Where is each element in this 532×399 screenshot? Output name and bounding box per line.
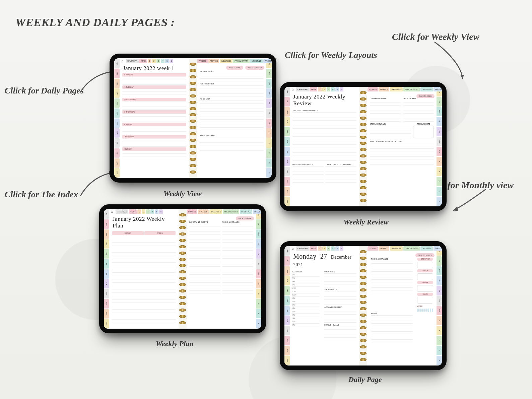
month-tab[interactable]: JAN xyxy=(114,59,120,68)
nav-tab[interactable]: 2 xyxy=(152,59,156,63)
nav-tab[interactable]: FITNESS xyxy=(368,87,378,91)
nav-tab[interactable]: PROJECTS xyxy=(263,59,272,63)
month-tab[interactable]: MAY xyxy=(104,249,109,259)
side-tab[interactable]: SUN xyxy=(256,269,261,279)
side-tab[interactable]: B xyxy=(437,326,442,335)
nav-tab[interactable]: PRODUCTIVITY xyxy=(403,87,420,91)
side-tab[interactable]: WED xyxy=(437,266,442,276)
month-tab[interactable]: DEC xyxy=(104,319,109,328)
day-tab[interactable]: 1 SATURDAY xyxy=(122,135,186,138)
nav-tab[interactable]: FINANCE xyxy=(379,87,389,91)
month-tab[interactable]: JUL xyxy=(104,269,109,279)
side-tab[interactable]: C xyxy=(437,336,442,345)
side-tab[interactable]: C xyxy=(266,148,272,158)
side-tab[interactable]: WED xyxy=(256,229,261,239)
nav-tab[interactable]: 4 xyxy=(161,59,164,63)
month-tab[interactable]: MAY xyxy=(114,98,120,108)
nav-tab[interactable]: 6 xyxy=(170,59,173,63)
side-tab[interactable]: B xyxy=(266,138,272,148)
nav-tab[interactable]: 4 xyxy=(331,87,335,91)
back-to-week-button[interactable]: BACK TO WEEK xyxy=(236,216,254,220)
nav-tab[interactable]: WELLNESS xyxy=(390,246,403,251)
nav-tab[interactable]: PROJECTS xyxy=(434,87,442,91)
nav-tab[interactable]: CALENDAR xyxy=(296,246,309,251)
nav-tab[interactable]: CALENDAR xyxy=(296,87,309,91)
nav-tab[interactable]: LIFESTYLE xyxy=(420,87,433,91)
month-tab[interactable]: AUG xyxy=(284,316,290,325)
home-icon[interactable]: ⌂ xyxy=(120,58,126,63)
side-tab[interactable]: THU xyxy=(256,239,261,249)
nav-tab[interactable]: WELLNESS xyxy=(220,59,232,63)
nav-tab[interactable]: 6 xyxy=(340,87,343,91)
month-tab[interactable]: JUL xyxy=(284,147,290,156)
side-tab[interactable]: SUN xyxy=(266,119,272,128)
side-tab[interactable]: WED xyxy=(437,107,442,117)
nav-tab[interactable]: PRODUCTIVITY xyxy=(403,246,420,251)
side-tab[interactable]: E xyxy=(437,356,442,365)
nav-tab[interactable]: CALENDAR xyxy=(126,59,139,63)
side-tab[interactable]: SAT xyxy=(437,137,442,146)
nav-tab[interactable]: 5 xyxy=(165,59,169,63)
month-tab[interactable]: FEB xyxy=(284,256,290,266)
nav-tab[interactable]: YEAR xyxy=(129,209,137,214)
home-icon[interactable]: ⌂ xyxy=(290,246,296,251)
month-tab[interactable]: DEC xyxy=(284,356,290,365)
month-tab[interactable]: OCT xyxy=(284,177,290,186)
month-tab[interactable]: MAR xyxy=(284,266,290,276)
side-tab[interactable]: SUN xyxy=(437,306,442,316)
month-tab[interactable]: NOV xyxy=(284,187,290,196)
nav-tab[interactable]: LIFESTYLE xyxy=(240,209,252,214)
nav-tab[interactable]: 4 xyxy=(150,209,154,214)
side-tab[interactable]: TUE xyxy=(256,219,261,229)
month-tab[interactable]: JUN xyxy=(104,259,109,269)
nav-tab[interactable]: YEAR xyxy=(310,246,317,251)
nav-tab[interactable]: 5 xyxy=(155,209,158,214)
month-tab[interactable]: MAR xyxy=(114,79,120,88)
nav-tab[interactable]: 3 xyxy=(327,87,330,91)
month-tab[interactable]: NOV xyxy=(284,346,290,355)
side-tab[interactable]: FRI xyxy=(437,127,442,136)
month-tab[interactable]: JUN xyxy=(284,296,290,306)
month-tab[interactable]: MAY xyxy=(284,127,290,136)
nav-tab[interactable]: 2 xyxy=(142,209,145,214)
nav-tab[interactable]: 2 xyxy=(322,246,326,251)
month-tab[interactable]: AUG xyxy=(114,128,120,138)
home-icon[interactable]: ⌂ xyxy=(109,209,115,214)
month-tab[interactable]: NOV xyxy=(104,309,109,319)
nav-tab[interactable]: FITNESS xyxy=(368,246,378,251)
nav-tab[interactable]: 5 xyxy=(335,246,339,251)
nav-tab[interactable]: YEAR xyxy=(139,59,147,63)
side-tab[interactable]: C xyxy=(437,177,442,186)
side-tab[interactable]: D xyxy=(437,346,442,355)
side-tab[interactable]: SAT xyxy=(266,109,272,118)
day-tab[interactable]: 2 SUNDAY xyxy=(122,147,186,151)
nav-tab[interactable]: 1 xyxy=(137,209,141,214)
side-tab[interactable]: A xyxy=(256,279,261,288)
day-tab[interactable]: 31 FRIDAY xyxy=(122,123,186,126)
side-tab[interactable]: WED xyxy=(266,79,272,88)
month-tab[interactable]: AUG xyxy=(284,157,290,166)
month-tab[interactable]: NOV xyxy=(114,158,120,168)
nav-tab[interactable]: 6 xyxy=(340,246,343,251)
side-tab[interactable]: A xyxy=(437,157,442,166)
side-tab[interactable]: B xyxy=(256,289,261,298)
nav-tab[interactable]: 5 xyxy=(335,87,339,91)
side-tab[interactable]: THU xyxy=(437,276,442,285)
nav-tab[interactable]: 3 xyxy=(156,59,160,63)
side-tab[interactable]: FRI xyxy=(437,286,442,295)
back-to-month-button[interactable]: BACK TO MONTH xyxy=(415,253,435,257)
month-tab[interactable]: JUL xyxy=(284,306,290,316)
side-tab[interactable]: FRI xyxy=(256,249,261,259)
month-tab[interactable]: MAR xyxy=(104,229,109,239)
month-tab[interactable]: OCT xyxy=(104,299,109,309)
back-to-week-button[interactable]: BACK TO WEEK xyxy=(416,94,435,98)
nav-tab[interactable]: PROJECTS xyxy=(434,246,442,251)
month-tab[interactable]: JAN xyxy=(284,87,290,96)
nav-tab[interactable]: LIFESTYLE xyxy=(250,59,263,63)
month-tab[interactable]: OCT xyxy=(284,336,290,345)
weekly-review-button[interactable]: WEEKLY REVIEW xyxy=(245,66,265,70)
nav-tab[interactable]: 4 xyxy=(331,246,335,251)
month-tab[interactable]: SEP xyxy=(284,326,290,335)
month-tab[interactable]: APR xyxy=(284,276,290,285)
side-tab[interactable]: A xyxy=(437,316,442,325)
